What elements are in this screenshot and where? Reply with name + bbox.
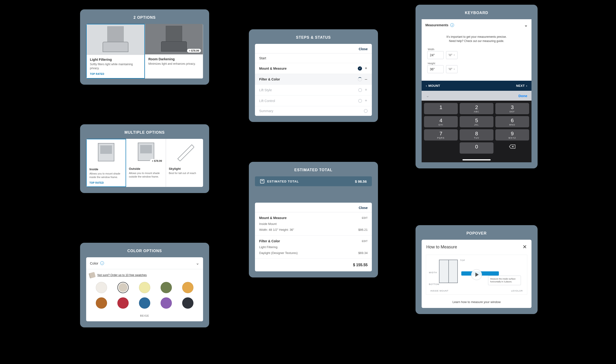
- line-value: $69.34: [358, 251, 368, 255]
- swatch-sample-icon: [89, 272, 96, 278]
- keypad-key-3[interactable]: 3DEF: [495, 103, 529, 114]
- panel-title-two-options: 2 OPTIONS: [86, 15, 203, 20]
- fraction-select[interactable]: ½": [446, 51, 458, 59]
- play-icon[interactable]: [471, 269, 482, 280]
- status-done-icon: [358, 66, 362, 71]
- step-row[interactable]: Lift Style+: [255, 85, 372, 95]
- color-swatch[interactable]: [161, 297, 172, 309]
- keypad-key-6[interactable]: 6MNO: [495, 116, 529, 127]
- close-icon[interactable]: ✕: [522, 244, 527, 250]
- keypad-key-4[interactable]: 4GHI: [424, 116, 458, 127]
- option-desc: Minimizes light and enhances privacy.: [148, 62, 200, 66]
- status-empty-icon: [358, 99, 362, 103]
- keypad-key-9[interactable]: 9WXYZ: [495, 129, 529, 141]
- info-icon[interactable]: i: [100, 261, 104, 265]
- color-swatch[interactable]: [161, 282, 172, 293]
- diagram-label-width: WIDTH: [429, 271, 437, 274]
- collapse-icon[interactable]: –: [364, 77, 368, 82]
- estimated-total-pill[interactable]: ESTIMATED TOTAL $ 98.56: [255, 176, 372, 186]
- info-icon[interactable]: i: [450, 23, 454, 27]
- chevron-down-icon: ⌄: [196, 260, 199, 266]
- section-subtitle: Light Filtering: [259, 245, 368, 249]
- fraction-select[interactable]: ½": [446, 65, 458, 73]
- keypad-blank: [424, 142, 458, 154]
- keypad-key-5[interactable]: 5JKL: [460, 116, 493, 127]
- keypad-key-8[interactable]: 8TUV: [460, 129, 493, 141]
- diagram-label-top: TOP: [460, 259, 465, 261]
- option-skylight[interactable]: Skylight Best for tall out of reach: [166, 139, 203, 187]
- chevron-left-icon: ‹: [426, 84, 427, 88]
- swatch-message[interactable]: Not sure? Order up to 10 free swatches: [90, 273, 199, 278]
- color-swatch[interactable]: [117, 282, 129, 293]
- expand-icon[interactable]: +: [364, 88, 368, 92]
- option-title: Light Filtering: [90, 58, 141, 62]
- diagram-footer-right: LEVOLOR: [511, 290, 523, 292]
- option-title: Skylight: [169, 167, 201, 170]
- expand-icon[interactable]: +: [364, 66, 368, 71]
- color-accordion-header[interactable]: Color i ⌄: [86, 257, 203, 269]
- option-inside[interactable]: Inside Allows you to mount shade inside …: [86, 139, 126, 187]
- option-title: Outside: [129, 167, 163, 170]
- selected-color-name: BEIGE: [86, 312, 203, 321]
- option-light-filtering[interactable]: Light Filtering Softly filters light whi…: [86, 24, 145, 78]
- panel-title-steps: STEPS & STATUS: [255, 35, 372, 40]
- panel-title-estimated: ESTIMATED TOTAL: [255, 168, 372, 172]
- option-desc: Best for tall out of reach: [169, 171, 201, 175]
- keyboard-done-button[interactable]: Done: [519, 94, 528, 98]
- popover-title: How to Measure: [426, 245, 457, 249]
- step-row[interactable]: Mount & Measure+: [255, 63, 372, 74]
- edit-link[interactable]: EDIT: [362, 217, 368, 219]
- step-label: Start: [259, 56, 266, 60]
- color-swatch[interactable]: [139, 282, 150, 293]
- close-button[interactable]: Close: [255, 203, 372, 212]
- svg-marker-0: [178, 145, 194, 161]
- step-label: Lift Control: [259, 99, 275, 103]
- line-value: $86.21: [358, 228, 368, 232]
- option-room-darkening[interactable]: + $78.99 Room Darkening Minimizes light …: [145, 24, 203, 78]
- backspace-key[interactable]: [495, 142, 529, 154]
- step-row[interactable]: Filter & Color–: [255, 74, 372, 85]
- estimated-total-value: $ 98.56: [355, 179, 367, 183]
- keypad-key-7[interactable]: 7PQRS: [424, 129, 458, 141]
- keypad-key-0[interactable]: 0: [460, 142, 493, 154]
- option-outside[interactable]: + $78.99 Outside Allows you to mount sha…: [126, 139, 166, 187]
- popover-caption: Learn how to measure your window: [422, 295, 532, 308]
- diagram-footer-left: INSIDE MOUNT: [430, 290, 449, 292]
- step-label: Summary: [259, 109, 273, 113]
- step-row[interactable]: Start: [255, 53, 372, 63]
- option-title: Inside: [89, 168, 123, 171]
- color-swatch[interactable]: [182, 297, 193, 309]
- measurement-input[interactable]: 24": [427, 51, 444, 59]
- field-label: Height: [428, 62, 526, 65]
- measurement-input[interactable]: 36": [427, 65, 444, 73]
- option-desc: Allows you to mount shade outside the wi…: [129, 171, 163, 179]
- step-label: Filter & Color: [259, 78, 280, 81]
- chevron-right-icon: ›: [526, 84, 527, 88]
- color-swatch[interactable]: [96, 282, 107, 293]
- color-swatch[interactable]: [96, 297, 107, 309]
- nav-next-button[interactable]: NEXT ›: [516, 84, 527, 88]
- field-label: Width: [428, 48, 526, 51]
- estimate-section: Mount & MeasureEDITInside MountWidth: 48…: [255, 212, 372, 235]
- option-desc: Softly filters light while maintaining p…: [90, 62, 141, 70]
- measurements-accordion-header[interactable]: Measurements i ⌄: [422, 19, 532, 31]
- color-swatch[interactable]: [182, 282, 193, 293]
- expand-icon[interactable]: +: [364, 98, 368, 103]
- edit-link[interactable]: EDIT: [362, 240, 368, 243]
- measure-diagram[interactable]: WIDTH TOP BOTTOM Measure the inside surf…: [426, 255, 527, 295]
- home-indicator: [463, 159, 491, 160]
- keypad-key-2[interactable]: 2ABC: [460, 103, 493, 114]
- step-row[interactable]: Lift Control+: [255, 95, 372, 106]
- line-label: Width: 48 1/2" Height: 36": [259, 228, 294, 232]
- keypad-key-1[interactable]: 1: [424, 103, 458, 114]
- measurement-helper-text: It's important to get your measurements …: [422, 31, 532, 47]
- color-swatch[interactable]: [139, 297, 150, 309]
- close-button[interactable]: Close: [255, 44, 372, 53]
- keyboard-down-button[interactable]: ⌄: [426, 93, 429, 98]
- step-row[interactable]: Summary: [255, 106, 372, 116]
- color-heading: Color: [90, 261, 98, 265]
- price-tag: + $78.99: [150, 159, 164, 163]
- nav-back-button[interactable]: ‹ MOUNT: [426, 84, 440, 88]
- color-swatch[interactable]: [117, 297, 129, 309]
- step-label: Mount & Measure: [259, 67, 287, 70]
